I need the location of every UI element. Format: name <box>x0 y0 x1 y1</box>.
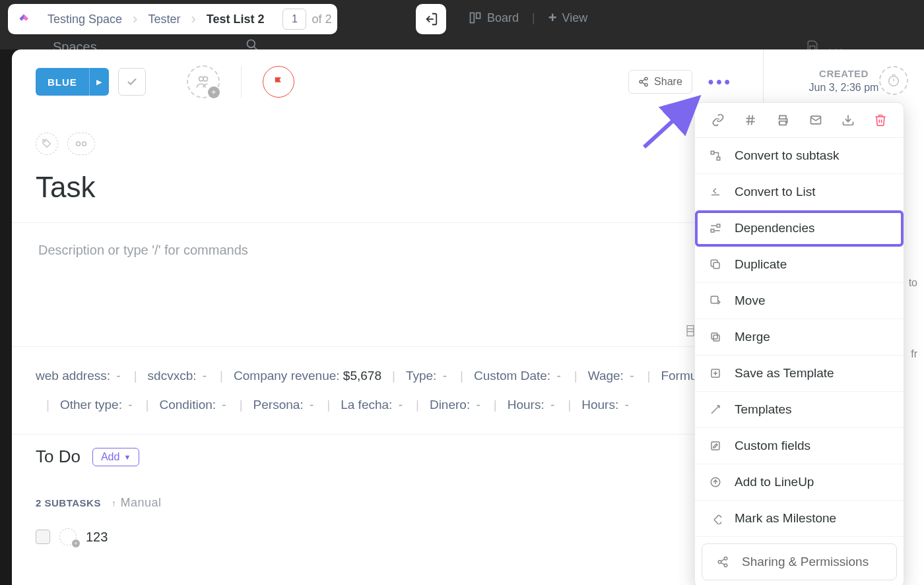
svg-point-12 <box>44 141 45 142</box>
svg-rect-1 <box>477 13 480 18</box>
custom-fields: web address: -|sdcvxcb: -|Company revenu… <box>12 347 763 434</box>
wand-icon <box>708 404 723 416</box>
menu-move[interactable]: Move <box>695 283 904 319</box>
svg-line-11 <box>642 82 645 84</box>
divider: | <box>574 364 578 388</box>
field-value[interactable]: - <box>553 364 561 388</box>
subtask-name[interactable]: 123 <box>86 530 108 545</box>
caret-right-icon[interactable]: ▶ <box>89 68 109 96</box>
menu-duplicate[interactable]: Duplicate <box>695 247 904 283</box>
duplicate-icon <box>708 259 723 270</box>
printer-icon[interactable] <box>776 113 789 127</box>
field-value[interactable]: - <box>626 364 634 388</box>
divider <box>241 66 242 98</box>
svg-rect-44 <box>711 442 719 450</box>
todo-title: To Do <box>36 446 81 467</box>
list-icon <box>708 186 723 198</box>
svg-point-48 <box>718 561 721 564</box>
field-label: Dinero: <box>430 393 470 417</box>
edit-icon <box>708 440 723 452</box>
divider: | <box>460 364 463 388</box>
svg-point-14 <box>82 142 86 146</box>
complete-button[interactable] <box>118 68 146 96</box>
priority-flag-button[interactable] <box>263 66 294 98</box>
svg-line-51 <box>721 563 724 565</box>
assignees-button[interactable]: + <box>187 65 220 98</box>
sort-button[interactable]: ↑Manual <box>112 496 162 510</box>
menu-milestone[interactable]: Mark as Milestone <box>695 501 904 537</box>
menu-templates[interactable]: Templates <box>695 392 904 428</box>
task-toolbar: BLUE ▶ + Share ••• <box>12 49 763 114</box>
field-value[interactable]: - <box>395 393 403 417</box>
field-value[interactable]: - <box>439 364 447 388</box>
share-icon <box>638 77 649 87</box>
divider: | <box>416 393 419 417</box>
move-icon <box>708 295 723 307</box>
time-tracker-button[interactable] <box>879 66 908 95</box>
menu-lineup[interactable]: Add to LineUp <box>695 464 904 501</box>
field-label: Company revenue: <box>234 364 340 388</box>
field-label: web address: <box>36 364 110 388</box>
add-tag-button[interactable] <box>36 133 58 155</box>
svg-rect-24 <box>779 121 786 125</box>
hash-icon[interactable] <box>744 113 757 127</box>
subtask-checkbox[interactable] <box>36 530 50 544</box>
add-view[interactable]: + View <box>548 9 588 26</box>
archive-icon[interactable] <box>842 113 855 127</box>
share-icon <box>715 556 730 568</box>
app-logo-icon[interactable] <box>16 11 32 27</box>
field-value[interactable]: - <box>473 393 480 417</box>
menu-merge[interactable]: Merge <box>695 319 904 355</box>
link-icon[interactable] <box>711 113 725 127</box>
svg-rect-34 <box>713 262 719 268</box>
field-value[interactable]: $5,678 <box>340 364 381 388</box>
board-view[interactable]: Board <box>469 11 519 25</box>
menu-save-template[interactable]: Save as Template <box>695 355 904 392</box>
add-relation-button[interactable] <box>67 133 95 155</box>
svg-point-6 <box>203 77 208 81</box>
field-value[interactable]: - <box>547 393 555 417</box>
svg-point-13 <box>77 142 81 146</box>
menu-sharing[interactable]: Sharing & Permissions <box>702 543 897 580</box>
menu-convert-subtask[interactable]: Convert to subtask <box>695 138 904 174</box>
lineup-icon <box>708 476 723 488</box>
mail-icon[interactable] <box>809 113 822 127</box>
subtask-assign[interactable] <box>59 528 77 545</box>
trash-icon[interactable] <box>874 113 887 127</box>
todo-header: To Do Add▼ All M <box>12 434 763 479</box>
task-title[interactable]: Task <box>12 155 763 222</box>
breadcrumb-folder[interactable]: Tester <box>137 13 191 26</box>
field-value[interactable]: - <box>621 393 629 417</box>
task-more-dropdown: Convert to subtask Convert to List Depen… <box>694 102 904 585</box>
more-menu-button[interactable]: ••• <box>708 73 733 91</box>
exit-button[interactable] <box>416 4 446 34</box>
field-value[interactable]: - <box>113 364 121 388</box>
svg-rect-35 <box>711 296 718 303</box>
field-value[interactable]: - <box>306 393 314 417</box>
field-value[interactable]: - <box>199 364 207 388</box>
breadcrumb: Testing Space › Tester › Test List 2 1 o… <box>8 4 337 34</box>
dependency-icon <box>708 222 723 234</box>
svg-rect-27 <box>711 151 714 154</box>
divider: | <box>392 364 395 388</box>
chevron-icon: › <box>191 11 195 28</box>
menu-custom-fields[interactable]: Custom fields <box>695 428 904 464</box>
svg-line-41 <box>711 406 719 414</box>
chevron-icon: › <box>133 11 137 28</box>
status-button[interactable]: BLUE ▶ <box>36 68 109 96</box>
background-view-switcher: Board | + View <box>469 9 587 26</box>
field-value[interactable]: - <box>125 393 133 417</box>
svg-rect-36 <box>713 335 719 341</box>
menu-dependencies[interactable]: Dependencies <box>695 210 904 247</box>
field-label: La fecha: <box>341 393 392 417</box>
menu-convert-list[interactable]: Convert to List <box>695 174 904 210</box>
page-number[interactable]: 1 <box>282 9 306 30</box>
add-subtask-button[interactable]: Add▼ <box>92 448 139 466</box>
share-button[interactable]: Share <box>628 70 692 94</box>
subtask-row[interactable]: 123 <box>12 522 763 552</box>
svg-point-7 <box>645 77 647 80</box>
breadcrumb-space[interactable]: Testing Space <box>37 13 133 26</box>
breadcrumb-list[interactable]: Test List 2 <box>196 13 275 26</box>
description-field[interactable]: Description or type '/' for commands <box>12 223 763 324</box>
field-value[interactable]: - <box>218 393 226 417</box>
